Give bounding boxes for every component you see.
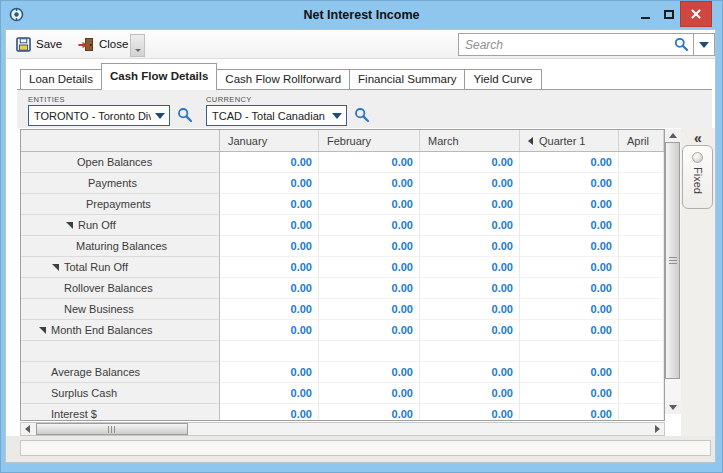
grid-cell[interactable]: 0.00 xyxy=(520,278,619,299)
grid-cell[interactable] xyxy=(619,320,664,341)
scroll-left-button[interactable] xyxy=(21,423,34,435)
scroll-up-button[interactable] xyxy=(665,129,681,142)
grid-cell[interactable]: 0.00 xyxy=(319,173,420,194)
tab-financial-summary[interactable]: Financial Summary xyxy=(350,69,465,90)
grid-cell[interactable]: 0.00 xyxy=(420,152,520,173)
grid-cell[interactable]: 0.00 xyxy=(319,320,420,341)
vertical-scrollbar[interactable] xyxy=(665,129,681,414)
grid-cell[interactable] xyxy=(619,383,664,404)
currency-dropdown-button[interactable] xyxy=(328,113,346,119)
entities-combobox[interactable]: TORONTO - Toronto Div xyxy=(28,105,170,126)
column-header-april[interactable]: April xyxy=(619,130,664,151)
scroll-right-button[interactable] xyxy=(651,423,664,435)
row-header-cell[interactable]: Payments xyxy=(21,173,220,194)
entities-dropdown-button[interactable] xyxy=(151,113,169,119)
grid-cell[interactable] xyxy=(619,236,664,257)
grid-cell[interactable]: 0.00 xyxy=(220,383,319,404)
grid-cell[interactable]: 0.00 xyxy=(319,194,420,215)
row-header-cell[interactable]: Maturing Balances xyxy=(21,236,220,257)
tab-yield-curve[interactable]: Yield Curve xyxy=(465,69,541,90)
grid-cell[interactable]: 0.00 xyxy=(420,215,520,236)
close-window-button[interactable] xyxy=(680,1,712,27)
row-header-cell[interactable]: Run Off xyxy=(21,215,220,236)
row-header-cell[interactable]: New Business xyxy=(21,299,220,320)
grid-cell[interactable]: 0.00 xyxy=(520,194,619,215)
grid-cell[interactable]: 0.00 xyxy=(520,404,619,421)
grid-cell[interactable]: 0.00 xyxy=(420,299,520,320)
grid-cell[interactable]: 0.00 xyxy=(420,320,520,341)
column-header-march[interactable]: March xyxy=(420,130,520,151)
column-header-january[interactable]: January xyxy=(220,130,319,151)
grid-cell[interactable] xyxy=(619,215,664,236)
grid-cell[interactable]: 0.00 xyxy=(420,383,520,404)
grid-cell[interactable]: 0.00 xyxy=(319,362,420,383)
grid-cell[interactable]: 0.00 xyxy=(220,299,319,320)
currency-search-button[interactable] xyxy=(354,107,370,123)
grid-cell[interactable] xyxy=(619,404,664,421)
currency-combobox[interactable]: TCAD - Total Canadian D xyxy=(206,105,347,126)
grid-cell[interactable]: 0.00 xyxy=(220,215,319,236)
grid-cell[interactable]: 0.00 xyxy=(220,404,319,421)
maximize-button[interactable] xyxy=(658,1,680,27)
grid-cell[interactable]: 0.00 xyxy=(520,299,619,320)
grid-cell[interactable]: 0.00 xyxy=(520,236,619,257)
grid-cell[interactable]: 0.00 xyxy=(520,320,619,341)
grid-cell[interactable]: 0.00 xyxy=(420,404,520,421)
grid-cell[interactable]: 0.00 xyxy=(520,383,619,404)
grid-cell[interactable] xyxy=(619,299,664,320)
fixed-tab[interactable]: Fixed xyxy=(682,145,713,209)
grid-cell[interactable]: 0.00 xyxy=(520,173,619,194)
grid-cell[interactable]: 0.00 xyxy=(319,299,420,320)
grid-cell[interactable] xyxy=(619,341,664,362)
grid-cell[interactable] xyxy=(420,341,520,362)
tab-loan-details[interactable]: Loan Details xyxy=(20,69,102,90)
grid-cell[interactable]: 0.00 xyxy=(420,278,520,299)
horizontal-scrollbar[interactable] xyxy=(20,422,665,436)
grid-cell[interactable]: 0.00 xyxy=(220,152,319,173)
grid-cell[interactable] xyxy=(520,341,619,362)
vertical-scrollbar-thumb[interactable] xyxy=(665,142,680,379)
row-expander-icon[interactable] xyxy=(39,327,46,334)
grid-cell[interactable] xyxy=(619,362,664,383)
row-header-cell[interactable]: Average Balances xyxy=(21,362,220,383)
entities-search-button[interactable] xyxy=(177,107,193,123)
grid-cell[interactable]: 0.00 xyxy=(420,257,520,278)
row-header-cell[interactable] xyxy=(21,341,220,362)
tab-cash-flow-details[interactable]: Cash Flow Details xyxy=(101,63,217,90)
search-input[interactable] xyxy=(459,38,672,52)
row-header-cell[interactable]: Total Run Off xyxy=(21,257,220,278)
grid-cell[interactable]: 0.00 xyxy=(220,320,319,341)
grid-cell[interactable]: 0.00 xyxy=(319,404,420,421)
column-header-quarter-1[interactable]: Quarter 1 xyxy=(520,130,619,151)
grid-cell[interactable]: 0.00 xyxy=(319,278,420,299)
collapse-panel-button[interactable]: « xyxy=(681,130,715,146)
grid-cell[interactable]: 0.00 xyxy=(420,173,520,194)
grid-cell[interactable]: 0.00 xyxy=(319,215,420,236)
grid-cell[interactable]: 0.00 xyxy=(520,362,619,383)
grid-cell[interactable]: 0.00 xyxy=(220,278,319,299)
grid-cell[interactable]: 0.00 xyxy=(319,257,420,278)
search-dropdown-button[interactable] xyxy=(693,34,714,55)
grid-cell[interactable] xyxy=(619,152,664,173)
grid-cell[interactable]: 0.00 xyxy=(520,215,619,236)
horizontal-scrollbar-thumb[interactable] xyxy=(36,423,188,435)
row-expander-icon[interactable] xyxy=(66,222,73,229)
grid-cell[interactable]: 0.00 xyxy=(420,194,520,215)
grid-cell[interactable]: 0.00 xyxy=(520,152,619,173)
grid-cell[interactable] xyxy=(619,194,664,215)
grid-cell[interactable]: 0.00 xyxy=(420,362,520,383)
scroll-down-button[interactable] xyxy=(665,401,681,414)
grid-cell[interactable]: 0.00 xyxy=(319,236,420,257)
close-toolbar-button[interactable]: Close xyxy=(72,32,134,56)
grid-cell[interactable]: 0.00 xyxy=(319,152,420,173)
grid-cell[interactable]: 0.00 xyxy=(220,362,319,383)
grid-cell[interactable] xyxy=(619,257,664,278)
row-expander-icon[interactable] xyxy=(52,264,59,271)
grid-cell[interactable]: 0.00 xyxy=(319,383,420,404)
row-header-cell[interactable]: Prepayments xyxy=(21,194,220,215)
minimize-button[interactable] xyxy=(634,1,656,27)
grid-cell[interactable]: 0.00 xyxy=(420,236,520,257)
tab-cash-flow-rollforward[interactable]: Cash Flow Rollforward xyxy=(217,69,350,90)
collapse-quarter-icon[interactable] xyxy=(528,137,533,145)
row-header-cell[interactable]: Rollover Balances xyxy=(21,278,220,299)
